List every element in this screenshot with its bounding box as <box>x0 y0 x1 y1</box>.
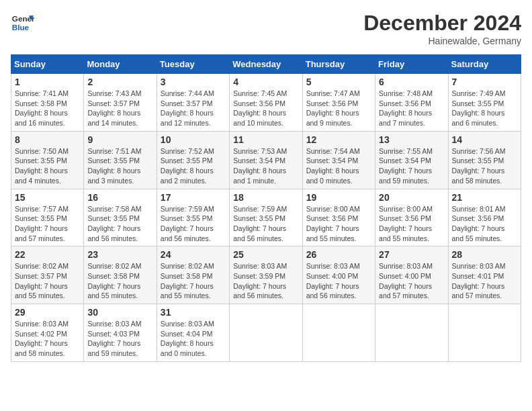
calendar-cell: 17 Sunrise: 7:59 AMSunset: 3:55 PMDaylig… <box>157 189 229 246</box>
day-info: Sunrise: 8:01 AMSunset: 3:56 PMDaylight:… <box>452 204 517 244</box>
day-info: Sunrise: 8:03 AMSunset: 4:02 PMDaylight:… <box>15 319 80 359</box>
day-number: 23 <box>87 249 152 260</box>
calendar-cell: 8 Sunrise: 7:50 AMSunset: 3:55 PMDayligh… <box>11 131 84 189</box>
day-number: 1 <box>15 77 80 87</box>
calendar-cell <box>375 304 448 362</box>
day-of-week-header: Thursday <box>302 55 375 74</box>
day-number: 14 <box>452 134 517 145</box>
calendar-cell: 25 Sunrise: 8:03 AMSunset: 3:59 PMDaylig… <box>230 246 302 304</box>
day-info: Sunrise: 7:53 AMSunset: 3:54 PMDaylight:… <box>233 146 298 186</box>
svg-text:Blue: Blue <box>12 23 30 32</box>
day-number: 19 <box>306 192 371 203</box>
day-info: Sunrise: 7:54 AMSunset: 3:54 PMDaylight:… <box>306 146 371 186</box>
day-number: 15 <box>15 192 80 203</box>
day-info: Sunrise: 7:55 AMSunset: 3:54 PMDaylight:… <box>379 146 444 186</box>
day-info: Sunrise: 8:02 AMSunset: 3:57 PMDaylight:… <box>15 261 80 301</box>
day-number: 17 <box>161 192 226 203</box>
calendar-cell: 24 Sunrise: 8:02 AMSunset: 3:58 PMDaylig… <box>157 246 229 304</box>
day-info: Sunrise: 7:44 AMSunset: 3:57 PMDaylight:… <box>161 89 226 128</box>
calendar-cell: 26 Sunrise: 8:03 AMSunset: 4:00 PMDaylig… <box>302 246 375 304</box>
page-header: General Blue December 2024 Hainewalde, G… <box>11 11 521 46</box>
day-info: Sunrise: 7:58 AMSunset: 3:55 PMDaylight:… <box>87 204 152 244</box>
calendar-cell: 6 Sunrise: 7:48 AMSunset: 3:56 PMDayligh… <box>375 74 448 132</box>
day-number: 26 <box>306 249 371 260</box>
day-info: Sunrise: 8:03 AMSunset: 4:00 PMDaylight:… <box>379 261 444 301</box>
day-number: 30 <box>87 307 152 318</box>
day-number: 27 <box>379 249 444 260</box>
calendar-week-row: 15 Sunrise: 7:57 AMSunset: 3:55 PMDaylig… <box>11 189 521 246</box>
calendar-week-row: 22 Sunrise: 8:02 AMSunset: 3:57 PMDaylig… <box>11 246 521 304</box>
day-info: Sunrise: 7:49 AMSunset: 3:55 PMDaylight:… <box>452 89 517 128</box>
day-number: 24 <box>161 249 226 260</box>
day-info: Sunrise: 8:03 AMSunset: 4:03 PMDaylight:… <box>87 319 152 359</box>
day-info: Sunrise: 8:03 AMSunset: 4:04 PMDaylight:… <box>161 319 226 359</box>
day-of-week-header: Wednesday <box>230 55 302 74</box>
day-info: Sunrise: 7:56 AMSunset: 3:55 PMDaylight:… <box>452 146 517 186</box>
calendar-cell: 10 Sunrise: 7:52 AMSunset: 3:55 PMDaylig… <box>157 131 229 189</box>
day-number: 29 <box>15 307 80 318</box>
day-info: Sunrise: 7:45 AMSunset: 3:56 PMDaylight:… <box>233 89 298 128</box>
calendar-cell: 2 Sunrise: 7:43 AMSunset: 3:57 PMDayligh… <box>84 74 157 132</box>
calendar-cell: 16 Sunrise: 7:58 AMSunset: 3:55 PMDaylig… <box>84 189 157 246</box>
day-number: 2 <box>87 77 152 87</box>
day-number: 4 <box>233 77 298 87</box>
day-info: Sunrise: 7:43 AMSunset: 3:57 PMDaylight:… <box>87 89 152 128</box>
calendar-table: SundayMondayTuesdayWednesdayThursdayFrid… <box>11 54 521 362</box>
calendar-cell: 5 Sunrise: 7:47 AMSunset: 3:56 PMDayligh… <box>302 74 375 132</box>
day-of-week-header: Tuesday <box>157 55 229 74</box>
day-of-week-header: Saturday <box>448 55 521 74</box>
calendar-header-row: SundayMondayTuesdayWednesdayThursdayFrid… <box>11 55 521 74</box>
day-number: 3 <box>161 77 226 87</box>
day-info: Sunrise: 8:00 AMSunset: 3:56 PMDaylight:… <box>379 204 444 244</box>
location: Hainewalde, Germany <box>363 36 521 46</box>
calendar-cell: 28 Sunrise: 8:03 AMSunset: 4:01 PMDaylig… <box>448 246 521 304</box>
calendar-cell <box>302 304 375 362</box>
day-of-week-header: Monday <box>84 55 157 74</box>
day-info: Sunrise: 8:02 AMSunset: 3:58 PMDaylight:… <box>87 261 152 301</box>
day-number: 28 <box>452 249 517 260</box>
day-info: Sunrise: 8:03 AMSunset: 4:00 PMDaylight:… <box>306 261 371 301</box>
day-info: Sunrise: 7:41 AMSunset: 3:58 PMDaylight:… <box>15 89 80 128</box>
day-info: Sunrise: 8:03 AMSunset: 3:59 PMDaylight:… <box>233 261 298 301</box>
calendar-cell: 21 Sunrise: 8:01 AMSunset: 3:56 PMDaylig… <box>448 189 521 246</box>
day-info: Sunrise: 7:57 AMSunset: 3:55 PMDaylight:… <box>15 204 80 244</box>
calendar-cell <box>448 304 521 362</box>
day-of-week-header: Sunday <box>11 55 84 74</box>
calendar-cell: 29 Sunrise: 8:03 AMSunset: 4:02 PMDaylig… <box>11 304 84 362</box>
calendar-cell: 1 Sunrise: 7:41 AMSunset: 3:58 PMDayligh… <box>11 74 84 132</box>
day-number: 22 <box>15 249 80 260</box>
day-number: 8 <box>15 134 80 145</box>
calendar-cell: 20 Sunrise: 8:00 AMSunset: 3:56 PMDaylig… <box>375 189 448 246</box>
day-info: Sunrise: 7:51 AMSunset: 3:55 PMDaylight:… <box>87 146 152 186</box>
day-info: Sunrise: 7:59 AMSunset: 3:55 PMDaylight:… <box>233 204 298 244</box>
day-number: 6 <box>379 77 444 87</box>
calendar-cell: 14 Sunrise: 7:56 AMSunset: 3:55 PMDaylig… <box>448 131 521 189</box>
day-of-week-header: Friday <box>375 55 448 74</box>
calendar-cell <box>230 304 302 362</box>
day-info: Sunrise: 7:48 AMSunset: 3:56 PMDaylight:… <box>379 89 444 128</box>
title-section: December 2024 Hainewalde, Germany <box>363 11 521 46</box>
day-number: 11 <box>233 134 298 145</box>
calendar-cell: 19 Sunrise: 8:00 AMSunset: 3:56 PMDaylig… <box>302 189 375 246</box>
day-info: Sunrise: 7:52 AMSunset: 3:55 PMDaylight:… <box>161 146 226 186</box>
day-number: 13 <box>379 134 444 145</box>
day-info: Sunrise: 8:02 AMSunset: 3:58 PMDaylight:… <box>161 261 226 301</box>
day-number: 9 <box>87 134 152 145</box>
day-info: Sunrise: 7:47 AMSunset: 3:56 PMDaylight:… <box>306 89 371 128</box>
calendar-cell: 4 Sunrise: 7:45 AMSunset: 3:56 PMDayligh… <box>230 74 302 132</box>
calendar-cell: 7 Sunrise: 7:49 AMSunset: 3:55 PMDayligh… <box>448 74 521 132</box>
calendar-cell: 22 Sunrise: 8:02 AMSunset: 3:57 PMDaylig… <box>11 246 84 304</box>
day-number: 16 <box>87 192 152 203</box>
calendar-week-row: 1 Sunrise: 7:41 AMSunset: 3:58 PMDayligh… <box>11 74 521 132</box>
calendar-cell: 31 Sunrise: 8:03 AMSunset: 4:04 PMDaylig… <box>157 304 229 362</box>
calendar-week-row: 8 Sunrise: 7:50 AMSunset: 3:55 PMDayligh… <box>11 131 521 189</box>
day-number: 25 <box>233 249 298 260</box>
calendar-week-row: 29 Sunrise: 8:03 AMSunset: 4:02 PMDaylig… <box>11 304 521 362</box>
day-number: 10 <box>161 134 226 145</box>
month-title: December 2024 <box>363 11 521 36</box>
calendar-cell: 27 Sunrise: 8:03 AMSunset: 4:00 PMDaylig… <box>375 246 448 304</box>
calendar-cell: 30 Sunrise: 8:03 AMSunset: 4:03 PMDaylig… <box>84 304 157 362</box>
day-info: Sunrise: 7:50 AMSunset: 3:55 PMDaylight:… <box>15 146 80 186</box>
day-number: 31 <box>161 307 226 318</box>
day-number: 12 <box>306 134 371 145</box>
